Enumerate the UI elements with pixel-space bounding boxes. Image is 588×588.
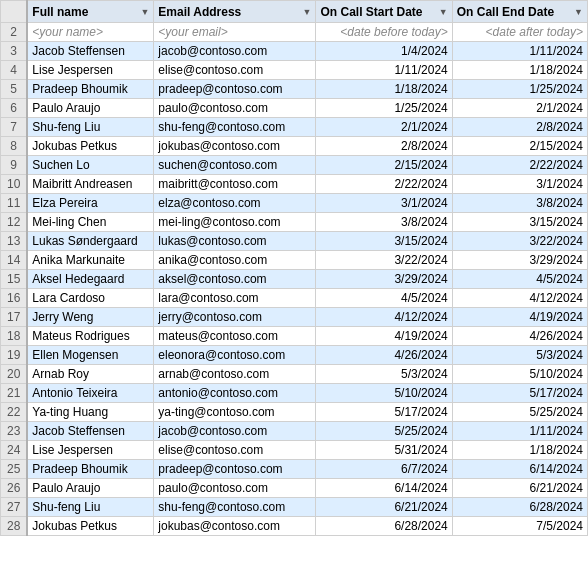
cell-d: 2/1/2024 xyxy=(452,99,587,118)
filter-email-icon[interactable]: ▼ xyxy=(303,7,312,17)
header-email[interactable]: Email Address ▼ xyxy=(154,1,316,23)
filter-fullname-icon[interactable]: ▼ xyxy=(140,7,149,17)
cell-b: jacob@contoso.com xyxy=(154,42,316,61)
table-row: 19Ellen Mogenseneleonora@contoso.com4/26… xyxy=(1,346,588,365)
row-num: 12 xyxy=(1,213,28,232)
row-num: 9 xyxy=(1,156,28,175)
cell-d: 1/11/2024 xyxy=(452,42,587,61)
cell-b: jerry@contoso.com xyxy=(154,308,316,327)
cell-a: Lara Cardoso xyxy=(27,289,154,308)
row-num: 15 xyxy=(1,270,28,289)
cell-c: 4/26/2024 xyxy=(316,346,452,365)
table-row: 12Mei-ling Chenmei-ling@contoso.com3/8/2… xyxy=(1,213,588,232)
row-num: 13 xyxy=(1,232,28,251)
cell-b: elza@contoso.com xyxy=(154,194,316,213)
table-row: 16Lara Cardosolara@contoso.com4/5/20244/… xyxy=(1,289,588,308)
cell-b: arnab@contoso.com xyxy=(154,365,316,384)
cell-d: 7/5/2024 xyxy=(452,517,587,536)
cell-b: elise@contoso.com xyxy=(154,61,316,80)
template-row: 2 <your name> <your email> <date before … xyxy=(1,23,588,42)
row-num: 28 xyxy=(1,517,28,536)
cell-c: 3/22/2024 xyxy=(316,251,452,270)
table-row: 13Lukas Søndergaardlukas@contoso.com3/15… xyxy=(1,232,588,251)
table-row: 26Paulo Araujopaulo@contoso.com6/14/2024… xyxy=(1,479,588,498)
table-row: 6Paulo Araujopaulo@contoso.com1/25/20242… xyxy=(1,99,588,118)
table-row: 24Lise Jespersenelise@contoso.com5/31/20… xyxy=(1,441,588,460)
cell-a: Jokubas Petkus xyxy=(27,517,154,536)
cell-b: pradeep@contoso.com xyxy=(154,460,316,479)
cell-d: 1/18/2024 xyxy=(452,61,587,80)
cell-c: 4/5/2024 xyxy=(316,289,452,308)
row-num: 8 xyxy=(1,137,28,156)
cell-c: 1/25/2024 xyxy=(316,99,452,118)
row-num: 4 xyxy=(1,61,28,80)
row-num: 16 xyxy=(1,289,28,308)
header-start-date[interactable]: On Call Start Date ▼ xyxy=(316,1,452,23)
table-row: 10Maibritt Andreasenmaibritt@contoso.com… xyxy=(1,175,588,194)
cell-a: Maibritt Andreasen xyxy=(27,175,154,194)
cell-a: Anika Markunaite xyxy=(27,251,154,270)
cell-c: 3/15/2024 xyxy=(316,232,452,251)
header-start-date-label: On Call Start Date xyxy=(320,5,422,19)
cell-b: mei-ling@contoso.com xyxy=(154,213,316,232)
cell-b: ya-ting@contoso.com xyxy=(154,403,316,422)
cell-b: lara@contoso.com xyxy=(154,289,316,308)
row-num: 24 xyxy=(1,441,28,460)
cell-b: paulo@contoso.com xyxy=(154,479,316,498)
cell-a: Paulo Araujo xyxy=(27,99,154,118)
row-num: 25 xyxy=(1,460,28,479)
cell-a: Pradeep Bhoumik xyxy=(27,460,154,479)
table-row: 7Shu-feng Liushu-feng@contoso.com2/1/202… xyxy=(1,118,588,137)
filter-start-date-icon[interactable]: ▼ xyxy=(439,7,448,17)
cell-c: 4/12/2024 xyxy=(316,308,452,327)
cell-b: jacob@contoso.com xyxy=(154,422,316,441)
cell-d: 6/21/2024 xyxy=(452,479,587,498)
header-fullname-label: Full name xyxy=(32,5,88,19)
template-end: <date after today> xyxy=(452,23,587,42)
row-num-header xyxy=(1,1,28,23)
cell-b: mateus@contoso.com xyxy=(154,327,316,346)
cell-b: paulo@contoso.com xyxy=(154,99,316,118)
filter-end-date-icon[interactable]: ▼ xyxy=(574,7,583,17)
template-email: <your email> xyxy=(154,23,316,42)
row-num: 17 xyxy=(1,308,28,327)
cell-c: 4/19/2024 xyxy=(316,327,452,346)
column-header-row: Full name ▼ Email Address ▼ On Call Star… xyxy=(1,1,588,23)
cell-c: 6/7/2024 xyxy=(316,460,452,479)
cell-c: 3/1/2024 xyxy=(316,194,452,213)
cell-c: 2/8/2024 xyxy=(316,137,452,156)
cell-a: Ellen Mogensen xyxy=(27,346,154,365)
cell-d: 3/8/2024 xyxy=(452,194,587,213)
cell-d: 5/17/2024 xyxy=(452,384,587,403)
cell-d: 1/25/2024 xyxy=(452,80,587,99)
cell-b: elise@contoso.com xyxy=(154,441,316,460)
cell-c: 5/3/2024 xyxy=(316,365,452,384)
cell-d: 6/28/2024 xyxy=(452,498,587,517)
cell-d: 2/15/2024 xyxy=(452,137,587,156)
table-row: 27Shu-feng Liushu-feng@contoso.com6/21/2… xyxy=(1,498,588,517)
cell-d: 3/29/2024 xyxy=(452,251,587,270)
cell-c: 5/17/2024 xyxy=(316,403,452,422)
header-end-date[interactable]: On Call End Date ▼ xyxy=(452,1,587,23)
cell-a: Arnab Roy xyxy=(27,365,154,384)
table-row: 14Anika Markunaiteanika@contoso.com3/22/… xyxy=(1,251,588,270)
cell-b: aksel@contoso.com xyxy=(154,270,316,289)
cell-d: 2/8/2024 xyxy=(452,118,587,137)
row-num: 22 xyxy=(1,403,28,422)
row-num: 23 xyxy=(1,422,28,441)
cell-a: Shu-feng Liu xyxy=(27,498,154,517)
cell-b: suchen@contoso.com xyxy=(154,156,316,175)
cell-d: 5/10/2024 xyxy=(452,365,587,384)
row-num: 10 xyxy=(1,175,28,194)
cell-c: 2/1/2024 xyxy=(316,118,452,137)
cell-b: eleonora@contoso.com xyxy=(154,346,316,365)
table-row: 11Elza Pereiraelza@contoso.com3/1/20243/… xyxy=(1,194,588,213)
header-fullname[interactable]: Full name ▼ xyxy=(27,1,154,23)
row-num: 21 xyxy=(1,384,28,403)
cell-a: Shu-feng Liu xyxy=(27,118,154,137)
cell-d: 2/22/2024 xyxy=(452,156,587,175)
row-num: 11 xyxy=(1,194,28,213)
cell-d: 3/15/2024 xyxy=(452,213,587,232)
cell-c: 5/25/2024 xyxy=(316,422,452,441)
row-num: 20 xyxy=(1,365,28,384)
